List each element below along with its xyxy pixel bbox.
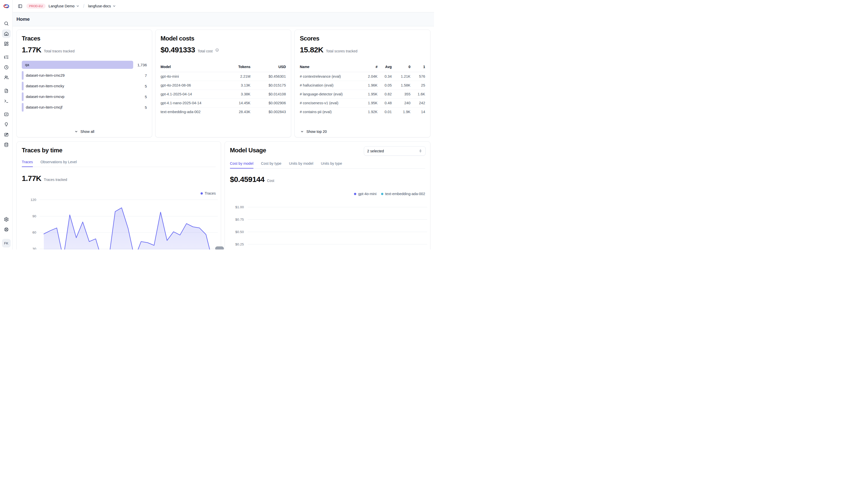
datasets-database-icon (4, 142, 9, 147)
playground-terminal-icon (4, 98, 9, 104)
prompts-file-icon (4, 88, 9, 93)
trace-name: dataset-run-item-cmcjf (26, 105, 62, 109)
trace-name: qa (25, 63, 29, 67)
project-selector[interactable]: langfuse-docs (88, 4, 116, 8)
table-row: gpt-4o-mini2.21M$0.456301 (160, 72, 286, 81)
tab-observations-by-level[interactable]: Observations by Level (40, 160, 77, 167)
sidebar-item-experiments[interactable] (2, 130, 11, 139)
sidebar-item-annotations[interactable] (2, 120, 11, 129)
support-lifebuoy-icon (4, 227, 9, 232)
usage-cost-label: Cost (267, 179, 274, 183)
langfuse-logo[interactable] (3, 3, 9, 9)
table-row: gpt-4.1-nano-2025-04-1414.45K$0.002906 (160, 99, 286, 108)
org-selector[interactable]: Langfuse Demo (49, 4, 80, 8)
table-row: # hallucination (eval)1.96K0.051.58K25 (300, 81, 425, 90)
show-top-20-button[interactable]: Show top 20 (300, 130, 327, 134)
trace-bar-row: dataset-run-item-cmcvp5 (22, 92, 147, 101)
row-name: # language-detector (eval) (300, 92, 361, 96)
sidebar-item-users[interactable] (2, 73, 11, 82)
row-value: 0.01 (378, 110, 392, 114)
tab-cost-by-type[interactable]: Cost by type (261, 161, 282, 168)
avatar[interactable]: FK (2, 239, 11, 247)
panel-toggle-icon[interactable] (17, 3, 23, 9)
traces-card: Traces 1.77K Total traces tracked qa1,73… (16, 29, 152, 137)
table-row: # contextrelevance (eval)2.04K0.341.21K5… (300, 72, 425, 81)
sidebar-item-support[interactable] (2, 225, 11, 234)
trace-bar (22, 61, 133, 69)
sidebar-nav (2, 19, 11, 150)
sidebar-item-settings[interactable] (2, 215, 11, 224)
trace-name: dataset-run-item-cmcky (26, 84, 64, 88)
traces-by-time-chart: 120906030 (22, 194, 218, 250)
trace-bar-row: dataset-run-item-cmc297 (22, 71, 147, 80)
column-header: Tokens (207, 65, 250, 69)
traces-by-time-tabs: TracesObservations by Level (22, 160, 216, 167)
sidebar-item-search[interactable] (2, 19, 11, 28)
tab-traces[interactable]: Traces (22, 160, 33, 167)
row-value: 3.38K (207, 92, 250, 96)
row-value: $0.002906 (250, 101, 286, 105)
row-value: $0.456301 (250, 74, 286, 78)
row-value: 28.43K (207, 110, 250, 114)
table-row: gpt-4.1-2025-04-143.38K$0.014108 (160, 90, 286, 99)
row-value: 14 (411, 110, 425, 114)
column-header: USD (250, 65, 286, 69)
sidebar-item-tracing[interactable] (2, 53, 11, 61)
trace-count: 5 (145, 84, 147, 88)
row-value: 2.04K (361, 74, 378, 78)
tracing-tree-icon (4, 54, 9, 60)
sessions-clock-icon (4, 65, 9, 70)
search-icon (4, 21, 9, 26)
row-value: $0.014108 (250, 92, 286, 96)
scores-table: Name#Avg01# contextrelevance (eval)2.04K… (300, 65, 425, 116)
row-name: gpt-4o-mini (160, 74, 207, 78)
chevron-down-icon (76, 4, 80, 8)
column-header: Model (160, 65, 207, 69)
model-select-value: 2 selected (367, 149, 384, 153)
trace-bar-row: dataset-run-item-cmcjf5 (22, 103, 147, 112)
sidebar-item-sessions[interactable] (2, 63, 11, 72)
main-content: Traces 1.77K Total traces tracked qa1,73… (13, 26, 434, 250)
trace-name: dataset-run-item-cmc29 (26, 73, 64, 77)
show-all-button[interactable]: Show all (17, 130, 152, 134)
model-select[interactable]: 2 selected (364, 146, 426, 156)
sidebar-item-prompts[interactable] (2, 87, 11, 95)
horizontal-scrollbar-thumb[interactable] (215, 246, 224, 250)
trace-bar-row: dataset-run-item-cmcky5 (22, 82, 147, 90)
home-icon (4, 31, 9, 36)
sidebar-item-evals[interactable] (2, 110, 11, 119)
tab-units-by-model[interactable]: Units by model (289, 161, 313, 168)
y-tick-label: 120 (22, 198, 36, 202)
model-usage-legend: gpt-4o-minitext-embedding-ada-002 (230, 192, 425, 196)
y-tick-label: $0.50 (230, 230, 244, 234)
card-title: Scores (300, 35, 425, 42)
table-row: # conciseness-v1 (eval)1.95K0.48240242 (300, 99, 425, 108)
tab-cost-by-model[interactable]: Cost by model (230, 161, 253, 168)
row-value: 355 (392, 92, 411, 96)
traces-total-label: Total traces tracked (44, 49, 74, 53)
row-value: 1.96K (361, 83, 378, 87)
legend-label: gpt-4o-mini (358, 192, 377, 196)
trace-bar (22, 92, 24, 101)
y-tick-label: 30 (22, 247, 36, 250)
model-costs-table: ModelTokensUSDgpt-4o-mini2.21M$0.456301g… (160, 65, 286, 116)
sidebar-item-home[interactable] (2, 29, 11, 38)
row-value: 1.9K (392, 110, 411, 114)
trace-name: dataset-run-item-cmcvp (26, 95, 64, 99)
sidebar-item-dashboards[interactable] (2, 39, 11, 48)
legend-dot-icon (381, 193, 383, 195)
row-value: 1.92K (361, 110, 378, 114)
sidebar-item-datasets[interactable] (2, 141, 11, 149)
trace-count: 7 (145, 73, 147, 78)
y-tick-label: 60 (22, 231, 36, 234)
row-value: 14.45K (207, 101, 250, 105)
row-value: 0.34 (378, 74, 392, 78)
trace-bar (22, 82, 24, 90)
y-tick-label: 90 (22, 214, 36, 218)
sidebar-item-playground[interactable] (2, 97, 11, 105)
page-title: Home (16, 16, 29, 22)
gridline (248, 244, 427, 244)
tab-units-by-type[interactable]: Units by type (321, 161, 342, 168)
info-icon[interactable] (215, 48, 219, 52)
table-header: Name#Avg01 (300, 65, 425, 72)
